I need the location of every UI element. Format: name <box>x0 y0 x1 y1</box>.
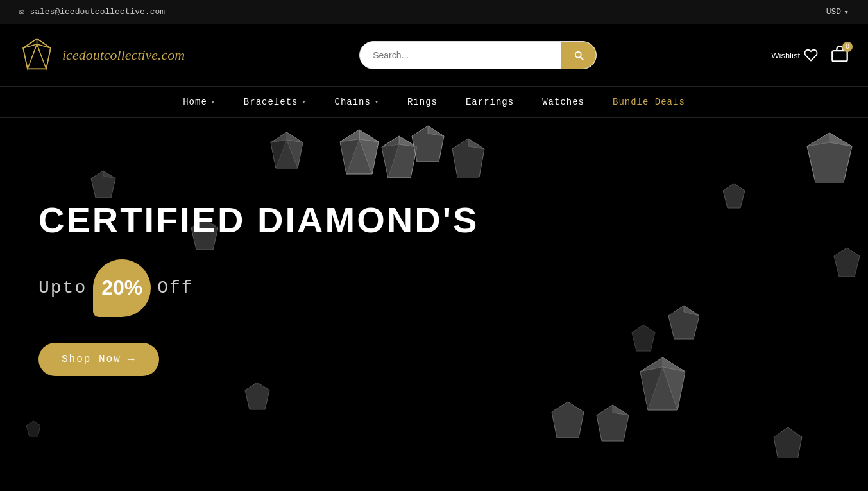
top-bar: ✉ sales@icedoutcollective.com USD ▾ <box>0 0 868 24</box>
shop-now-button[interactable]: Shop Now → <box>38 343 159 376</box>
hero-content: CERTIFIED DIAMOND'S Upto 20% Off Shop No… <box>0 162 517 415</box>
logo-diamond-icon <box>19 36 55 74</box>
shop-now-label: Shop Now <box>62 354 121 365</box>
gem-18 <box>631 323 656 354</box>
svg-marker-40 <box>774 427 802 458</box>
home-chevron-icon: ▾ <box>211 98 216 106</box>
nav-rings-label: Rings <box>407 97 438 107</box>
gem-17 <box>595 404 631 445</box>
search-input[interactable] <box>360 42 561 68</box>
promo-badge: 20% <box>93 259 151 317</box>
svg-marker-2 <box>23 39 37 48</box>
hero-promo: Upto 20% Off <box>38 259 479 317</box>
email-address: sales@icedoutcollective.com <box>30 7 165 17</box>
cart-badge: 0 <box>842 42 853 52</box>
gem-12 <box>637 356 688 417</box>
gem-16 <box>26 420 42 439</box>
hero-section: CERTIFIED DIAMOND'S Upto 20% Off Shop No… <box>0 118 868 458</box>
email-icon: ✉ <box>19 6 24 17</box>
gem-10 <box>833 246 862 280</box>
gem-13 <box>550 401 586 442</box>
nav-item-earrings[interactable]: Earrings <box>452 87 528 117</box>
nav-chains-label: Chains <box>334 97 370 107</box>
heart-icon <box>804 48 818 62</box>
nav-bracelets-label: Bracelets <box>244 97 298 107</box>
svg-marker-3 <box>23 44 37 69</box>
svg-marker-45 <box>632 325 655 351</box>
svg-marker-5 <box>28 44 46 69</box>
wishlist-button[interactable]: Wishlist <box>771 48 818 62</box>
svg-marker-42 <box>26 421 40 436</box>
chains-chevron-icon: ▾ <box>375 98 379 106</box>
search-bar <box>359 41 597 69</box>
logo-text: icedoutcollective.com <box>62 47 185 64</box>
currency-label: USD <box>826 7 841 17</box>
svg-marker-30 <box>723 184 745 208</box>
bracelets-chevron-icon: ▾ <box>302 98 306 106</box>
svg-marker-39 <box>552 402 584 438</box>
nav-item-bundle-deals[interactable]: Bundle Deals <box>599 87 699 117</box>
gem-4 <box>411 125 446 166</box>
nav-item-home[interactable]: Home ▾ <box>169 87 230 117</box>
svg-marker-1 <box>37 39 51 48</box>
search-button[interactable] <box>561 42 596 69</box>
cart-button[interactable]: 0 <box>831 46 849 65</box>
promo-prefix: Upto <box>38 278 87 298</box>
svg-marker-4 <box>37 44 51 69</box>
nav-home-label: Home <box>183 97 207 107</box>
promo-suffix: Off <box>157 278 193 298</box>
gem-14 <box>772 426 804 458</box>
nav-item-chains[interactable]: Chains ▾ <box>320 87 393 117</box>
header-actions: Wishlist 0 <box>771 46 849 65</box>
currency-chevron-icon: ▾ <box>844 7 849 17</box>
arrow-right-icon: → <box>128 353 136 366</box>
currency-selector[interactable]: USD ▾ <box>826 7 849 17</box>
navigation: Home ▾ Bracelets ▾ Chains ▾ Rings Earrin… <box>0 86 868 118</box>
nav-item-watches[interactable]: Watches <box>528 87 599 117</box>
svg-rect-6 <box>832 51 847 61</box>
svg-marker-31 <box>834 248 860 277</box>
nav-watches-label: Watches <box>542 97 584 107</box>
hero-title: CERTIFIED DIAMOND'S <box>38 200 479 240</box>
logo[interactable]: icedoutcollective.com <box>19 36 185 74</box>
nav-earrings-label: Earrings <box>466 97 514 107</box>
nav-item-bracelets[interactable]: Bracelets ▾ <box>230 87 321 117</box>
gem-11 <box>667 304 701 343</box>
nav-item-rings[interactable]: Rings <box>393 87 452 117</box>
gem-9 <box>722 182 746 211</box>
nav-bundle-deals-label: Bundle Deals <box>613 97 685 107</box>
wishlist-label: Wishlist <box>771 51 800 60</box>
gem-8 <box>804 131 855 189</box>
header: icedoutcollective.com Wishlist 0 <box>0 24 868 86</box>
email-bar: ✉ sales@icedoutcollective.com <box>19 6 165 17</box>
search-icon <box>573 49 584 61</box>
